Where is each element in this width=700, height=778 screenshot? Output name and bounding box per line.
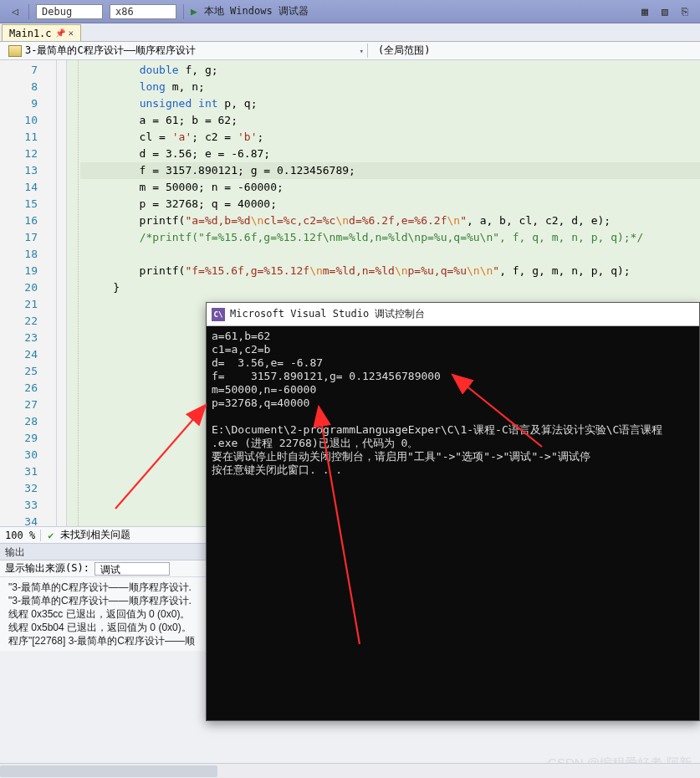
line-number: 25 [0, 363, 38, 380]
check-icon: ✔ [48, 530, 54, 541]
line-number: 32 [0, 480, 38, 497]
code-line[interactable]: m = 50000; n = -60000; [80, 179, 700, 196]
line-number: 21 [0, 296, 38, 313]
main-toolbar: ◁ Debug x86 ▶ 本地 Windows 调试器 ▦ ▧ ⎘ [0, 0, 700, 23]
code-line[interactable]: } [80, 279, 700, 296]
line-number: 29 [0, 430, 38, 447]
fold-column[interactable] [67, 60, 79, 526]
line-number: 7 [0, 62, 38, 79]
code-line[interactable] [80, 246, 700, 263]
chevron-down-icon: ▾ [360, 47, 364, 55]
play-icon[interactable]: ▶ [191, 5, 197, 18]
line-number: 31 [0, 463, 38, 480]
code-line[interactable]: printf("a=%d,b=%d\ncl=%c,c2=%c\nd=%6.2f,… [80, 212, 700, 229]
line-number: 23 [0, 330, 38, 346]
code-line[interactable]: /*printf("f=%15.6f,g=%15.12f\nm=%ld,n=%l… [80, 229, 700, 246]
code-line[interactable]: unsigned int p, q; [80, 95, 700, 112]
scope-right-label: (全局范围) [378, 44, 430, 56]
scope-left-label: 3-最简单的C程序设计——顺序程序设计 [25, 44, 196, 58]
line-number: 9 [0, 95, 38, 112]
debug-console-window[interactable]: C\ Microsoft Visual Studio 调试控制台 a=61,b=… [206, 302, 700, 721]
console-output[interactable]: a=61,b=62 c1=a,c2=b d= 3.56,e= -6.87 f= … [207, 326, 699, 480]
scope-dropdown-left[interactable]: 3-最简单的C程序设计——顺序程序设计 ▾ [0, 44, 368, 58]
tab-label: Main1.c [9, 28, 52, 39]
back-icon[interactable]: ◁ [8, 5, 22, 18]
platform-dropdown[interactable]: x86 [110, 4, 176, 19]
tool-icon-3[interactable]: ⎘ [678, 5, 692, 18]
line-number: 19 [0, 263, 38, 279]
output-source-dropdown[interactable]: 调试 [95, 562, 170, 576]
code-line[interactable]: printf("f=%15.6f,g=%15.12f\nm=%ld,n=%ld\… [80, 263, 700, 279]
close-icon[interactable]: ✕ [69, 28, 74, 38]
line-number: 34 [0, 514, 38, 530]
tool-icon-2[interactable]: ▧ [658, 5, 672, 18]
code-line[interactable]: f = 3157.890121; g = 0.123456789; [80, 162, 700, 179]
line-number: 28 [0, 413, 38, 430]
run-button[interactable]: 本地 Windows 调试器 [204, 4, 309, 18]
breakpoint-column[interactable] [57, 60, 67, 526]
issues-label: 未找到相关问题 [60, 528, 130, 542]
line-number: 13 [0, 162, 38, 179]
line-number: 11 [0, 129, 38, 146]
code-line[interactable]: d = 3.56; e = -6.87; [80, 146, 700, 162]
navigation-bar: 3-最简单的C程序设计——顺序程序设计 ▾ (全局范围) [0, 42, 700, 60]
line-number-gutter: 7891011121314151617181920212223242526272… [0, 60, 57, 526]
zoom-level[interactable]: 100 % [0, 530, 41, 541]
code-line[interactable]: p = 32768; q = 40000; [80, 196, 700, 212]
line-number: 30 [0, 447, 38, 463]
code-line[interactable]: a = 61; b = 62; [80, 112, 700, 129]
line-number: 18 [0, 246, 38, 263]
console-titlebar[interactable]: C\ Microsoft Visual Studio 调试控制台 [207, 303, 699, 326]
line-number: 8 [0, 79, 38, 95]
config-dropdown[interactable]: Debug [36, 4, 103, 19]
document-tabbar: Main1.c 📌 ✕ [0, 23, 700, 42]
tab-main1c[interactable]: Main1.c 📌 ✕ [2, 24, 81, 41]
line-number: 26 [0, 380, 38, 397]
line-number: 10 [0, 112, 38, 129]
scrollbar-thumb[interactable] [0, 765, 217, 777]
line-number: 20 [0, 279, 38, 296]
line-number: 24 [0, 346, 38, 363]
tool-icon-1[interactable]: ▦ [638, 5, 651, 18]
code-line[interactable]: cl = 'a'; c2 = 'b'; [80, 129, 700, 146]
pin-icon[interactable]: 📌 [55, 28, 65, 38]
line-number: 27 [0, 397, 38, 413]
line-number: 17 [0, 229, 38, 246]
project-icon [8, 45, 22, 57]
console-title: Microsoft Visual Studio 调试控制台 [230, 307, 425, 321]
code-line[interactable]: long m, n; [80, 79, 700, 95]
line-number: 12 [0, 146, 38, 162]
code-line[interactable]: double f, g; [80, 62, 700, 79]
vs-icon: C\ [212, 308, 225, 321]
line-number: 15 [0, 196, 38, 212]
line-number: 16 [0, 212, 38, 229]
line-number: 22 [0, 313, 38, 330]
line-number: 33 [0, 497, 38, 514]
output-source-label: 显示输出来源(S): [5, 561, 89, 576]
horizontal-scrollbar[interactable] [0, 763, 700, 778]
scope-dropdown-right[interactable]: (全局范围) [368, 44, 430, 58]
line-number: 14 [0, 179, 38, 196]
